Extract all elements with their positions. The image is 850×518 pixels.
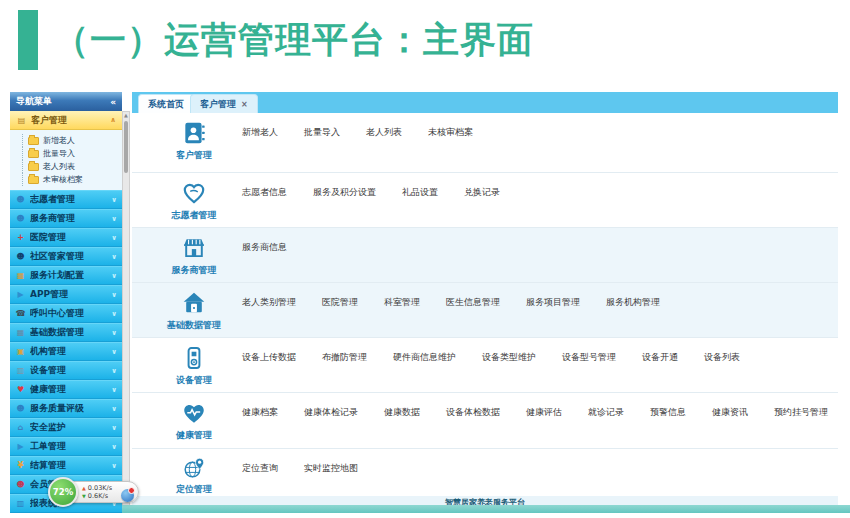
tab-label: 客户管理	[200, 98, 236, 111]
module-link[interactable]: 健康数据	[384, 406, 420, 419]
sidebar-header-label: 导航菜单	[16, 95, 52, 108]
module-name: 定位管理	[176, 483, 212, 496]
chevron-down-icon: ∨	[111, 215, 117, 223]
module-links: 志愿者信息 服务及积分设置 礼品设置 兑换记录	[242, 180, 500, 227]
module-link[interactable]: 科室管理	[384, 296, 420, 309]
sidebar-scrollbar[interactable]: ▲	[122, 111, 130, 510]
slide-title-block: （一）运营管理平台：主界面	[18, 10, 534, 70]
house-icon	[181, 290, 207, 316]
module-link[interactable]: 未核审档案	[428, 126, 473, 139]
scroll-up-arrow-icon[interactable]: ▲	[123, 112, 129, 119]
health-icon: ♥	[15, 385, 26, 394]
sidebar-item-label: 社区管家管理	[30, 250, 84, 263]
module-link[interactable]: 预约挂号管理	[774, 406, 828, 419]
submenu-item-add-elder[interactable]: 新增老人	[22, 134, 120, 147]
submenu-item-batch-import[interactable]: 批量导入	[22, 147, 120, 160]
module-row-health: 健康管理 健康档案 健康体检记录 健康数据 设备体检数据 健康评估 就诊记录 预…	[132, 393, 838, 449]
module-link[interactable]: 健康资讯	[712, 406, 748, 419]
module-link[interactable]: 实时监控地图	[304, 462, 358, 475]
submenu-item-label: 批量导入	[43, 148, 75, 159]
module-badge: 客户管理	[146, 120, 242, 172]
chevron-down-icon: ∨	[111, 367, 117, 375]
module-link[interactable]: 健康档案	[242, 406, 278, 419]
module-link[interactable]: 医院管理	[322, 296, 358, 309]
sidebar-item-community-steward-mgmt[interactable]: ☻ 社区管家管理 ∨	[10, 247, 122, 266]
module-link[interactable]: 服务商信息	[242, 241, 287, 254]
sidebar-item-service-plan-config[interactable]: ▦ 服务计划配置 ∨	[10, 266, 122, 285]
module-link[interactable]: 预警信息	[650, 406, 686, 419]
organization-icon: ▣	[15, 347, 26, 356]
contact-book-icon	[181, 120, 207, 146]
sidebar-item-service-quality-rating[interactable]: ☻ 服务质量评级 ∨	[10, 399, 122, 418]
heart-outline-icon	[181, 180, 207, 206]
sidebar-item-label: 机构管理	[30, 345, 66, 358]
chevron-down-icon: ∨	[111, 234, 117, 242]
notification-dot	[128, 487, 135, 494]
submenu-item-unreviewed-files[interactable]: 未审核档案	[22, 173, 120, 186]
sidebar-item-call-center-mgmt[interactable]: ☎ 呼叫中心管理 ∨	[10, 304, 122, 323]
module-badge: 健康管理	[146, 400, 242, 448]
module-link[interactable]: 医生信息管理	[446, 296, 500, 309]
float-speed-widget: ▲ 0.03K/s ▼ 0.6K/s 72%	[48, 477, 158, 509]
sidebar-item-label: 基础数据管理	[30, 326, 84, 339]
module-link[interactable]: 新增老人	[242, 126, 278, 139]
module-link[interactable]: 设备上传数据	[242, 351, 296, 364]
member-icon: ☻	[15, 480, 26, 489]
module-link[interactable]: 布撤防管理	[322, 351, 367, 364]
sidebar-item-work-order-mgmt[interactable]: ▶ 工单管理 ∨	[10, 437, 122, 456]
module-link[interactable]: 健康评估	[526, 406, 562, 419]
chevron-down-icon: ∨	[111, 291, 117, 299]
sidebar-item-label: 健康管理	[30, 383, 66, 396]
module-link[interactable]: 健康体检记录	[304, 406, 358, 419]
memory-percent-ball[interactable]: 72%	[48, 477, 78, 507]
module-link[interactable]: 志愿者信息	[242, 186, 287, 199]
module-link[interactable]: 批量导入	[304, 126, 340, 139]
module-name: 基础数据管理	[167, 319, 221, 332]
chevron-down-icon: ∨	[111, 329, 117, 337]
sidebar-item-app-mgmt[interactable]: ▶ APP管理 ∨	[10, 285, 122, 304]
module-link[interactable]: 服务项目管理	[526, 296, 580, 309]
sidebar-item-safety-monitor[interactable]: ⌂ 安全监护 ∨	[10, 418, 122, 437]
close-icon[interactable]: ×	[241, 100, 248, 109]
module-link[interactable]: 礼品设置	[402, 186, 438, 199]
sidebar-item-hospital-mgmt[interactable]: + 医院管理 ∨	[10, 228, 122, 247]
collapse-icon[interactable]: «	[110, 97, 116, 107]
page-title: （一）运营管理平台：主界面	[53, 16, 534, 65]
module-link[interactable]: 就诊记录	[588, 406, 624, 419]
device-icon: ▥	[15, 366, 26, 375]
sidebar-item-provider-mgmt[interactable]: ☻ 服务商管理 ∨	[10, 209, 122, 228]
module-link[interactable]: 服务机构管理	[606, 296, 660, 309]
module-link[interactable]: 定位查询	[242, 462, 278, 475]
module-link[interactable]: 兑换记录	[464, 186, 500, 199]
module-link[interactable]: 设备体检数据	[446, 406, 500, 419]
chevron-up-icon: ∧	[110, 116, 116, 124]
module-link[interactable]: 老人列表	[366, 126, 402, 139]
folder-icon	[28, 150, 39, 158]
chevron-down-icon: ∨	[111, 424, 117, 432]
folder-icon	[28, 137, 39, 145]
sidebar-item-health-mgmt[interactable]: ♥ 健康管理 ∨	[10, 380, 122, 399]
module-link[interactable]: 老人类别管理	[242, 296, 296, 309]
scrollbar-thumb[interactable]	[124, 121, 128, 173]
module-link[interactable]: 设备型号管理	[562, 351, 616, 364]
sidebar-item-label: 医院管理	[30, 231, 66, 244]
app-icon: ▶	[15, 290, 26, 299]
assistant-ball-icon[interactable]	[121, 489, 134, 502]
sidebar-item-basic-data-mgmt[interactable]: ▦ 基础数据管理 ∨	[10, 323, 122, 342]
sidebar-item-settlement-mgmt[interactable]: ¥ 结算管理 ∨	[10, 456, 122, 475]
globe-pin-icon	[181, 456, 207, 480]
module-link[interactable]: 硬件商信息维护	[393, 351, 456, 364]
tab-system-home[interactable]: 系统首页	[138, 94, 194, 113]
sidebar-item-device-mgmt[interactable]: ▥ 设备管理 ∨	[10, 361, 122, 380]
module-link[interactable]: 设备开通	[642, 351, 678, 364]
module-link[interactable]: 设备列表	[704, 351, 740, 364]
tab-customer-mgmt[interactable]: 客户管理 ×	[190, 94, 258, 113]
module-link[interactable]: 服务及积分设置	[313, 186, 376, 199]
sidebar-item-org-mgmt[interactable]: ▣ 机构管理 ∨	[10, 342, 122, 361]
device-icon	[181, 345, 207, 371]
sidebar-item-label: 安全监护	[30, 421, 66, 434]
module-link[interactable]: 设备类型维护	[482, 351, 536, 364]
sidebar-item-customer-mgmt[interactable]: ▤ 客户管理 ∧	[10, 111, 122, 130]
sidebar-item-volunteer-mgmt[interactable]: ☻ 志愿者管理 ∨	[10, 190, 122, 209]
submenu-item-elder-list[interactable]: 老人列表	[22, 160, 120, 173]
